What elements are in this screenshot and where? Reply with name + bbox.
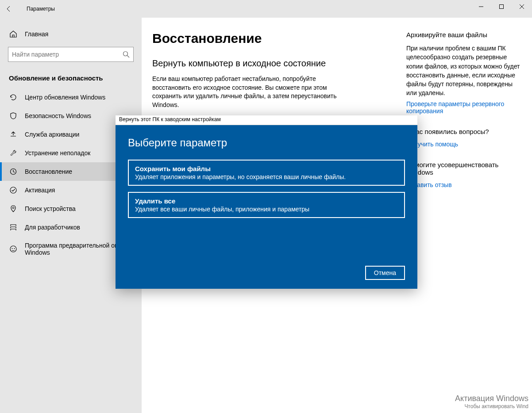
sidebar-item-label: Восстановление <box>25 168 72 175</box>
window-controls <box>471 0 532 13</box>
location-icon <box>9 205 18 213</box>
category-header: Обновление и безопасность <box>0 70 142 88</box>
dialog-titlebar: Вернуть этот ПК к заводским настройкам <box>116 115 417 125</box>
option-desc: Удаляет все ваши личные файлы, приложени… <box>135 206 398 213</box>
svg-point-8 <box>12 248 13 249</box>
backup-title: Архивируйте ваши файлы <box>406 31 523 38</box>
sidebar-item-windows-update[interactable]: Центр обновления Windows <box>0 88 142 107</box>
insider-icon <box>9 245 18 253</box>
check-circle-icon <box>9 186 18 194</box>
backup-link[interactable]: Проверьте параметры резервного копирован… <box>406 100 523 115</box>
dialog-footer: Отмена <box>128 266 405 280</box>
sidebar-item-label: Центр обновления Windows <box>25 94 105 101</box>
sidebar-item-label: Служба архивации <box>25 131 79 138</box>
option-title: Удалить все <box>135 197 398 205</box>
reset-dialog: Вернуть этот ПК к заводским настройкам В… <box>116 115 417 289</box>
option-title: Сохранить мои файлы <box>135 165 398 172</box>
option-desc: Удаляет приложения и параметры, но сохра… <box>135 173 398 180</box>
option-remove-all[interactable]: Удалить все Удаляет все ваши личные файл… <box>128 192 405 218</box>
back-button[interactable] <box>0 0 18 18</box>
search-box[interactable] <box>8 47 134 62</box>
backup-block: Архивируйте ваши файлы При наличии пробл… <box>406 31 523 115</box>
feedback-link[interactable]: Оставить отзыв <box>406 181 523 188</box>
home-icon <box>9 30 18 38</box>
reset-section-text: Если ваш компьютер работает нестабильно,… <box>152 75 351 109</box>
svg-point-2 <box>123 52 128 56</box>
svg-point-6 <box>12 207 14 209</box>
wrench-icon <box>9 149 18 157</box>
sidebar-item-label: Безопасность Windows <box>25 112 91 119</box>
backup-text: При наличии проблем с вашим ПК целесообр… <box>406 44 523 98</box>
svg-point-5 <box>10 187 16 193</box>
feedback-title: Помогите усовершенствовать Windows <box>406 161 523 176</box>
refresh-icon <box>9 93 18 101</box>
page-title: Восстановление <box>152 31 398 46</box>
svg-rect-1 <box>500 5 504 9</box>
recovery-icon <box>9 168 18 176</box>
dialog-body: Выберите параметр Сохранить мои файлы Уд… <box>116 125 417 289</box>
minimize-button[interactable] <box>471 0 491 13</box>
svg-point-7 <box>10 246 16 252</box>
feedback-block: Помогите усовершенствовать Windows Остав… <box>406 161 523 188</box>
questions-block: У вас появились вопросы? Получить помощь <box>406 128 523 148</box>
dialog-heading: Выберите параметр <box>128 137 405 149</box>
shield-icon <box>9 112 18 120</box>
window-title: Параметры <box>27 6 55 12</box>
svg-point-9 <box>14 248 15 249</box>
sidebar-item-label: Для разработчиков <box>25 224 80 231</box>
option-keep-files[interactable]: Сохранить мои файлы Удаляет приложения и… <box>128 160 405 186</box>
sidebar-item-label: Устранение неполадок <box>25 149 90 157</box>
search-icon <box>123 51 130 58</box>
close-button[interactable] <box>512 0 532 13</box>
sidebar-item-label: Активация <box>25 187 55 194</box>
help-link[interactable]: Получить помощь <box>406 141 523 148</box>
titlebar: Параметры <box>0 0 532 18</box>
home-label: Главная <box>25 31 48 38</box>
reset-section-title: Вернуть компьютер в исходное состояние <box>152 58 398 69</box>
search-input[interactable] <box>12 51 123 58</box>
right-panel: Архивируйте ваши файлы При наличии пробл… <box>398 31 532 413</box>
svg-line-3 <box>127 56 130 58</box>
home-nav[interactable]: Главная <box>0 26 142 42</box>
questions-title: У вас появились вопросы? <box>406 128 523 135</box>
sidebar-item-label: Поиск устройства <box>25 205 76 212</box>
maximize-button[interactable] <box>491 0 512 13</box>
backup-icon <box>9 130 18 138</box>
developers-icon <box>9 223 18 231</box>
cancel-button[interactable]: Отмена <box>365 266 405 280</box>
